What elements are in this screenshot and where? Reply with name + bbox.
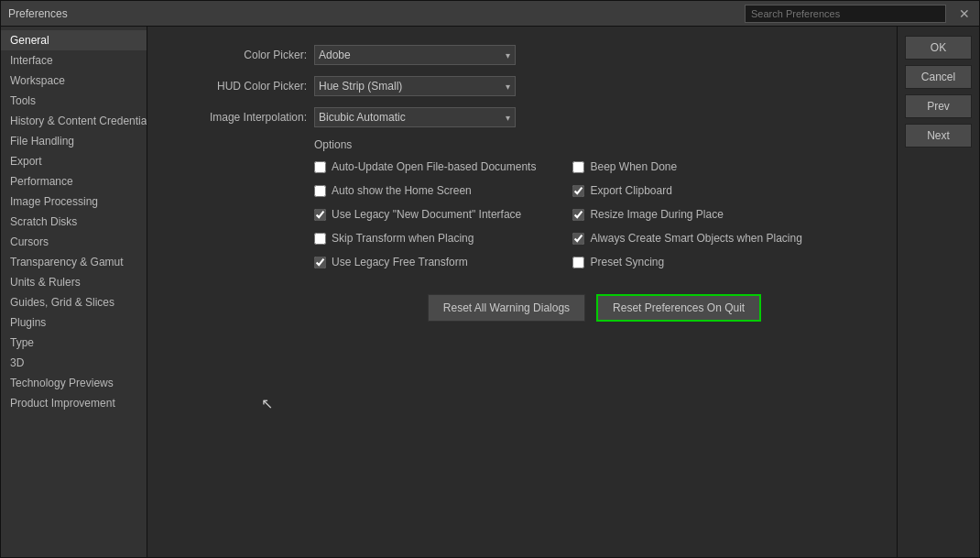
preset-syncing-label: Preset Syncing — [590, 256, 664, 268]
skip-transform-label: Skip Transform when Placing — [332, 232, 474, 245]
prev-button[interactable]: Prev — [905, 94, 972, 118]
auto-home-checkbox[interactable] — [314, 185, 326, 197]
auto-update-label: Auto-Update Open File-based Documents — [332, 160, 536, 173]
auto-update-checkbox[interactable] — [314, 161, 326, 173]
export-clipboard-checkbox[interactable] — [572, 185, 584, 197]
image-interpolation-select[interactable]: Bicubic Automatic Nearest Neighbor Bilin… — [314, 107, 516, 127]
hud-color-picker-row: HUD Color Picker: Hue Strip (Small) Hue … — [169, 76, 875, 96]
reset-warning-dialogs-button[interactable]: Reset All Warning Dialogs — [428, 294, 585, 322]
hud-color-picker-select-wrapper: Hue Strip (Small) Hue Strip (Medium) Hue… — [314, 76, 516, 96]
sidebar-item-workspace[interactable]: Workspace — [1, 71, 147, 91]
skip-transform-checkbox[interactable] — [314, 233, 326, 245]
cancel-button[interactable]: Cancel — [905, 65, 972, 89]
beep-when-done-checkbox-row[interactable]: Beep When Done — [572, 160, 801, 173]
next-button[interactable]: Next — [905, 124, 972, 148]
checkboxes-left: Auto-Update Open File-based Documents Au… — [314, 160, 536, 268]
sidebar-item-transparency-gamut[interactable]: Transparency & Gamut — [1, 252, 147, 272]
title-center: ✕ — [745, 5, 972, 23]
reset-preferences-on-quit-button[interactable]: Reset Preferences On Quit — [596, 294, 761, 322]
auto-home-label: Auto show the Home Screen — [332, 184, 472, 197]
sidebar-item-units-rulers[interactable]: Units & Rulers — [1, 272, 147, 292]
use-legacy-new-doc-label: Use Legacy "New Document" Interface — [332, 208, 521, 221]
sidebar-item-cursors[interactable]: Cursors — [1, 232, 147, 252]
sidebar-item-tools[interactable]: Tools — [1, 91, 147, 111]
cursor-area: ↖ — [169, 322, 875, 505]
sidebar-item-type[interactable]: Type — [1, 333, 147, 353]
hud-color-picker-select[interactable]: Hue Strip (Small) Hue Strip (Medium) Hue… — [314, 76, 516, 96]
cursor-icon: ↖ — [261, 395, 273, 412]
search-input[interactable] — [745, 5, 946, 23]
search-bar — [745, 5, 946, 23]
ok-button[interactable]: OK — [905, 36, 972, 60]
color-picker-select-wrapper: Adobe Windows — [314, 45, 516, 65]
sidebar-item-technology-previews[interactable]: Technology Previews — [1, 373, 147, 393]
sidebar-item-general[interactable]: General — [1, 30, 147, 50]
color-picker-select[interactable]: Adobe Windows — [314, 45, 516, 65]
preset-syncing-checkbox[interactable] — [572, 257, 584, 268]
close-button[interactable]: ✕ — [957, 6, 972, 21]
beep-when-done-label: Beep When Done — [590, 160, 677, 173]
always-create-smart-label: Always Create Smart Objects when Placing — [590, 232, 801, 245]
use-legacy-new-doc-checkbox[interactable] — [314, 209, 326, 221]
beep-when-done-checkbox[interactable] — [572, 161, 584, 173]
sidebar-item-image-processing[interactable]: Image Processing — [1, 191, 147, 212]
color-picker-label: Color Picker: — [169, 49, 307, 61]
bottom-buttons: Reset All Warning Dialogs Reset Preferen… — [314, 294, 875, 322]
sidebar-item-3d[interactable]: 3D — [1, 353, 147, 373]
dialog-title: Preferences — [8, 7, 68, 20]
always-create-smart-checkbox-row[interactable]: Always Create Smart Objects when Placing — [572, 232, 801, 245]
auto-home-checkbox-row[interactable]: Auto show the Home Screen — [314, 184, 536, 197]
sidebar-item-performance[interactable]: Performance — [1, 171, 147, 191]
export-clipboard-checkbox-row[interactable]: Export Clipboard — [572, 184, 801, 197]
skip-transform-checkbox-row[interactable]: Skip Transform when Placing — [314, 232, 536, 245]
image-interpolation-row: Image Interpolation: Bicubic Automatic N… — [169, 107, 875, 127]
image-interpolation-label: Image Interpolation: — [169, 111, 307, 124]
sidebar: GeneralInterfaceWorkspaceToolsHistory & … — [1, 27, 147, 557]
sidebar-item-scratch-disks[interactable]: Scratch Disks — [1, 212, 147, 232]
resize-image-label: Resize Image During Place — [590, 208, 723, 221]
right-buttons: OK Cancel Prev Next — [897, 27, 979, 557]
preferences-dialog: Preferences ✕ GeneralInterfaceWorkspaceT… — [0, 0, 980, 558]
sidebar-item-guides-grid-slices[interactable]: Guides, Grid & Slices — [1, 292, 147, 312]
sidebar-item-interface[interactable]: Interface — [1, 50, 147, 71]
image-interpolation-select-wrapper: Bicubic Automatic Nearest Neighbor Bilin… — [314, 107, 516, 127]
sidebar-item-export[interactable]: Export — [1, 151, 147, 171]
always-create-smart-checkbox[interactable] — [572, 233, 584, 245]
main-content: GeneralInterfaceWorkspaceToolsHistory & … — [1, 27, 979, 557]
use-legacy-free-transform-label: Use Legacy Free Transform — [332, 256, 468, 268]
resize-image-checkbox[interactable] — [572, 209, 584, 221]
use-legacy-free-transform-checkbox-row[interactable]: Use Legacy Free Transform — [314, 256, 536, 268]
use-legacy-new-doc-checkbox-row[interactable]: Use Legacy "New Document" Interface — [314, 208, 536, 221]
preset-syncing-checkbox-row[interactable]: Preset Syncing — [572, 256, 801, 268]
sidebar-item-history[interactable]: History & Content Credentials — [1, 111, 147, 131]
resize-image-checkbox-row[interactable]: Resize Image During Place — [572, 208, 801, 221]
content-area: Color Picker: Adobe Windows HUD Color Pi… — [147, 27, 897, 557]
checkboxes-right: Beep When Done Export Clipboard Resize I… — [572, 160, 801, 268]
checkboxes-area: Auto-Update Open File-based Documents Au… — [314, 160, 875, 268]
sidebar-item-plugins[interactable]: Plugins — [1, 312, 147, 333]
sidebar-item-product-improvement[interactable]: Product Improvement — [1, 393, 147, 413]
hud-color-picker-label: HUD Color Picker: — [169, 80, 307, 93]
options-header: Options — [314, 138, 875, 151]
export-clipboard-label: Export Clipboard — [590, 184, 671, 197]
auto-update-checkbox-row[interactable]: Auto-Update Open File-based Documents — [314, 160, 536, 173]
sidebar-item-file-handling[interactable]: File Handling — [1, 131, 147, 151]
use-legacy-free-transform-checkbox[interactable] — [314, 257, 326, 268]
color-picker-row: Color Picker: Adobe Windows — [169, 45, 875, 65]
title-bar: Preferences ✕ — [1, 1, 979, 27]
